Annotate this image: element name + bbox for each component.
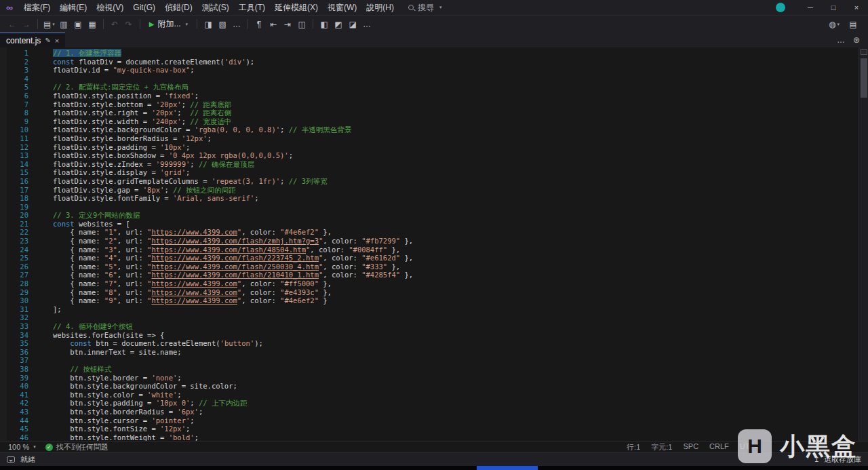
code-line[interactable]: 31];: [7, 305, 859, 314]
menu-item[interactable]: 說明(H): [361, 0, 399, 15]
code-line[interactable]: 38 // 按钮样式: [7, 365, 859, 374]
doc-status-item[interactable]: SPC: [683, 442, 698, 452]
code-line[interactable]: 15floatDiv.style.display = 'grid';: [7, 168, 859, 177]
repo-picker[interactable]: ↥ 選取存放庫: [814, 454, 861, 465]
code-line[interactable]: 13floatDiv.style.boxShadow = '0 4px 12px…: [7, 151, 859, 160]
zoom-control[interactable]: 100 % ▾: [5, 443, 39, 451]
line-number[interactable]: 19: [7, 203, 33, 212]
tab-overflow-icon[interactable]: …: [837, 35, 845, 45]
code-line[interactable]: 21const websites = [: [7, 220, 859, 229]
tab-close-icon[interactable]: ×: [55, 37, 59, 45]
code-line[interactable]: 41 btn.style.color = 'white';: [7, 391, 859, 399]
code-line[interactable]: 18floatDiv.style.fontFamily = 'Arial, sa…: [7, 194, 859, 203]
code-line[interactable]: 9floatDiv.style.width = '240px'; // 宽度适中: [7, 117, 859, 126]
save-icon[interactable]: ▣: [71, 18, 85, 31]
line-number[interactable]: 27: [7, 271, 33, 279]
line-number[interactable]: 9: [7, 117, 33, 126]
scrollbar-thumb[interactable]: [861, 58, 867, 98]
line-number[interactable]: 5: [7, 83, 33, 92]
line-number[interactable]: 6: [7, 92, 33, 100]
code-line[interactable]: 25 { name: "4", url: "https://www.4399.c…: [7, 254, 859, 262]
code-line[interactable]: 7floatDiv.style.bottom = '20px'; // 距离底部: [7, 100, 859, 109]
code-line[interactable]: 46 btn.style.fontWeight = 'bold';: [7, 433, 859, 441]
open-file-icon[interactable]: ▥: [57, 18, 71, 31]
code-line[interactable]: 37: [7, 356, 859, 365]
line-number[interactable]: 37: [7, 356, 33, 365]
line-number[interactable]: 43: [7, 408, 33, 416]
code-line[interactable]: 43 btn.style.borderRadius = '6px';: [7, 408, 859, 416]
line-number[interactable]: 45: [7, 425, 33, 433]
editor[interactable]: 1// 1. 创建悬浮容器2const floatDiv = document.…: [0, 47, 868, 441]
line-number[interactable]: 30: [7, 296, 33, 305]
toggle-bookmark-icon[interactable]: ◧: [317, 18, 331, 31]
line-number[interactable]: 21: [7, 220, 33, 229]
search-box[interactable]: 搜尋 ▾: [408, 2, 442, 14]
code-line[interactable]: 11floatDiv.style.borderRadius = '12px';: [7, 134, 859, 143]
line-number[interactable]: 41: [7, 391, 33, 399]
code-line[interactable]: 40 btn.style.backgroundColor = site.colo…: [7, 382, 859, 391]
line-number[interactable]: 18: [7, 194, 33, 203]
line-number[interactable]: 2: [7, 58, 33, 66]
code-line[interactable]: 44 btn.style.cursor = 'pointer';: [7, 416, 859, 425]
line-number[interactable]: 46: [7, 433, 33, 441]
line-number[interactable]: 29: [7, 288, 33, 297]
line-number[interactable]: 39: [7, 374, 33, 383]
line-number[interactable]: 34: [7, 331, 33, 340]
attach-debugger-button[interactable]: ▶附加...▾: [144, 18, 193, 31]
line-number[interactable]: 28: [7, 279, 33, 288]
code-line[interactable]: 12floatDiv.style.padding = '10px';: [7, 143, 859, 152]
menu-item[interactable]: 延伸模組(X): [270, 0, 323, 15]
code-area[interactable]: 1// 1. 创建悬浮容器2const floatDiv = document.…: [7, 47, 859, 441]
menu-item[interactable]: 測試(S): [197, 0, 234, 15]
line-number[interactable]: 40: [7, 382, 33, 391]
decrease-indent-icon[interactable]: ⇤: [267, 18, 280, 31]
new-file-icon[interactable]: ▤▾: [42, 18, 56, 31]
nav-forward-icon[interactable]: →: [20, 18, 33, 31]
line-number[interactable]: 23: [7, 237, 33, 246]
maximize-button[interactable]: □: [822, 0, 845, 15]
code-line[interactable]: 5// 2. 配置样式:固定定位 + 九宫格布局: [7, 83, 859, 92]
line-number[interactable]: 36: [7, 348, 33, 357]
nav-back-icon[interactable]: ←: [5, 18, 19, 31]
code-line[interactable]: 24 { name: "3", url: "https://www.4399.c…: [7, 246, 859, 254]
tab-settings-icon[interactable]: ⊛: [853, 35, 860, 45]
code-line[interactable]: 28 { name: "7", url: "https://www.4399.c…: [7, 279, 859, 288]
menu-item[interactable]: 工具(T): [234, 0, 270, 15]
doc-status-item[interactable]: CRLF: [709, 442, 729, 452]
toggle-comment-icon[interactable]: ◫: [295, 18, 309, 31]
line-number[interactable]: 11: [7, 134, 33, 143]
code-line[interactable]: 8floatDiv.style.right = '20px'; // 距离右侧: [7, 109, 859, 117]
code-line[interactable]: 36 btn.innerText = site.name;: [7, 348, 859, 357]
code-line[interactable]: 30 { name: "9", url: "https://www.4399.c…: [7, 296, 859, 305]
line-number[interactable]: 25: [7, 254, 33, 262]
minimize-button[interactable]: ─: [799, 0, 822, 15]
code-line[interactable]: 2const floatDiv = document.createElement…: [7, 58, 859, 66]
code-line[interactable]: 39 btn.style.border = 'none';: [7, 374, 859, 383]
code-line[interactable]: 20// 3. 定义9个网站的数据: [7, 211, 859, 220]
find-in-files-icon[interactable]: ◨: [201, 18, 215, 31]
code-line[interactable]: 29 { name: "8", url: "https://www.4399.c…: [7, 288, 859, 297]
code-line[interactable]: 42 btn.style.padding = '10px 0'; // 上下内边…: [7, 399, 859, 408]
share-icon[interactable]: ◍▾: [827, 18, 841, 31]
undo-icon[interactable]: ↶: [108, 18, 121, 31]
doc-status-item[interactable]: 行:1: [627, 442, 640, 452]
vertical-scrollbar[interactable]: [859, 47, 868, 441]
menu-item[interactable]: 偵錯(D): [160, 0, 197, 15]
breakpoint-gutter[interactable]: [0, 47, 7, 441]
code-line[interactable]: 14floatDiv.style.zIndex = '999999'; // 确…: [7, 160, 859, 169]
menu-item[interactable]: 編輯(E): [55, 0, 92, 15]
line-number[interactable]: 31: [7, 305, 33, 314]
menu-item[interactable]: 視窗(W): [323, 0, 361, 15]
document-health-indicator[interactable]: ✓ 找不到任何問題: [45, 442, 108, 452]
line-number[interactable]: 13: [7, 151, 33, 160]
code-line[interactable]: 4: [7, 75, 859, 83]
line-number[interactable]: 38: [7, 365, 33, 374]
line-number[interactable]: 7: [7, 100, 33, 109]
code-line[interactable]: 6floatDiv.style.position = 'fixed';: [7, 92, 859, 100]
save-all-icon[interactable]: ▦: [85, 18, 99, 31]
feedback-icon[interactable]: ▤: [846, 18, 860, 31]
next-bookmark-icon[interactable]: ◪: [346, 18, 359, 31]
code-line[interactable]: 33// 4. 循环创建9个按钮: [7, 322, 859, 331]
line-number[interactable]: 4: [7, 75, 33, 83]
code-line[interactable]: 23 { name: "2", url: "https://www.4399.c…: [7, 237, 859, 246]
